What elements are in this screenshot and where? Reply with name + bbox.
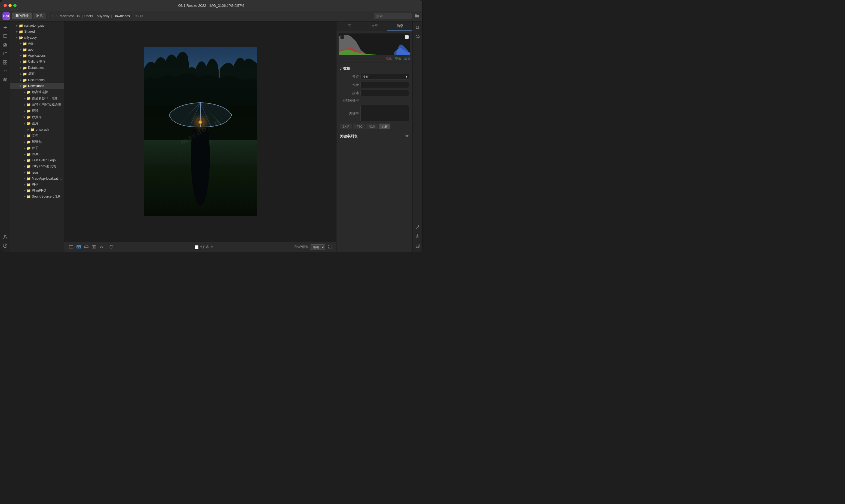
tab-horizontal[interactable]: 水平 (362, 21, 387, 31)
grid-button[interactable] (1, 58, 9, 66)
chevron-gaosu: ▶ (23, 90, 26, 94)
view-compare-btn[interactable] (90, 244, 97, 250)
chevron-nailaotongxue: ▶ (15, 24, 19, 28)
view-grid-btn[interactable] (75, 244, 82, 250)
tab-my-catalog[interactable]: 我的目录 (12, 13, 32, 19)
tree-item-downloads[interactable]: ▶ 📂 Downloads (10, 83, 64, 89)
meta-tab-none[interactable]: 没有 (379, 124, 390, 129)
meta-author-input[interactable] (360, 82, 409, 88)
svg-rect-4 (3, 62, 5, 64)
fullscreen-btn[interactable] (327, 244, 333, 250)
meta-tab-exif[interactable]: EXIF (340, 124, 352, 129)
folder-icon-video: 📁 (26, 109, 31, 113)
tab-not[interactable]: 不 (337, 21, 362, 31)
tree-item-pictures[interactable]: ▶ 📂 图片 (10, 120, 64, 127)
tree-item-documents[interactable]: ▶ 📁 Documents (10, 77, 64, 83)
zoom-fit-button[interactable] (414, 242, 421, 250)
add-button[interactable] (1, 24, 9, 31)
tree-item-wendang[interactable]: ▶ 📁 文档 (10, 132, 64, 139)
tree-item-applications[interactable]: ▶ 📁 Applications (10, 53, 64, 58)
tree-item-yasuobao[interactable]: ▶ 📁 压缩包 (10, 139, 64, 145)
minimize-button[interactable] (8, 4, 12, 7)
tree-item-shujuku[interactable]: ▶ 📂 数据库 (10, 114, 64, 120)
camera-button[interactable] (1, 41, 9, 49)
tree-item-pliim[interactable]: ▶ 📁 PliimPRO (10, 187, 64, 194)
print-button[interactable] (414, 33, 421, 40)
layers-button[interactable] (1, 76, 9, 84)
nav-back-button[interactable]: ‹ (51, 13, 54, 19)
svg-rect-17 (77, 246, 78, 247)
share-button[interactable] (414, 233, 421, 240)
tree-item-shared[interactable]: ▶ 📁 Shared (10, 29, 64, 35)
folder-icon-applications: 📁 (23, 54, 27, 58)
meta-preset-dropdown[interactable]: 没有 ▾ (360, 74, 409, 80)
tree-item-databases[interactable]: ▶ 📁 Databases (10, 65, 64, 71)
tree-item-php[interactable]: ▶ 📁 PHP (10, 181, 64, 187)
label-json: json (32, 170, 38, 175)
help-button[interactable] (1, 242, 9, 250)
tab-browse[interactable]: 浏览 (33, 13, 46, 19)
chevron-tomb: ▶ (23, 96, 26, 101)
tree-item-desktop[interactable]: ▶ 📁 桌面 (10, 71, 64, 77)
nav-forward-button[interactable]: › (55, 13, 59, 19)
raw-preview-select[interactable]: 准确 (310, 245, 325, 250)
filename-dropdown-btn[interactable]: ▼ (211, 246, 213, 249)
tree-item-montezuma[interactable]: ▶ 📁 蒙特祖玛的宝藏合集 (10, 102, 64, 108)
photo-viewer[interactable]: macdo.cn (64, 21, 336, 242)
filename-label: 文件名 (200, 245, 209, 249)
search-input[interactable] (374, 13, 412, 19)
view-filmstrip-btn[interactable] (83, 244, 90, 250)
wand-button[interactable] (414, 223, 421, 231)
keywords-settings-button[interactable] (405, 133, 409, 139)
chevron-jfsky: ▶ (23, 165, 26, 168)
tree-item-jfsky[interactable]: ▶ 📁 jfsky.com-面试表 (10, 163, 64, 169)
tree-item-unsplash[interactable]: ▶ 📁 unsplash (10, 127, 64, 132)
tree-item-soundsource[interactable]: ▶ 📁 SoundSource 5.3.6 (10, 194, 64, 199)
tree-item-adim[interactable]: ▶ 📁 Adim (10, 40, 64, 47)
chevron-databases: ▶ (19, 66, 23, 70)
view-buttons (68, 244, 105, 250)
folder-icon-jfsky: 📁 (26, 164, 31, 168)
tree-item-seeds[interactable]: ▶ 📁 种子 (10, 145, 64, 151)
tree-item-sillyaboy[interactable]: ▶ 📂 sillyaboy (10, 35, 64, 40)
meta-description-input[interactable] (360, 90, 409, 96)
folder-button[interactable] (1, 50, 9, 57)
tree-item-video[interactable]: ▶ 📁 视频 (10, 108, 64, 114)
meta-keywords-box[interactable] (360, 105, 409, 121)
tree-item-app[interactable]: ▶ 📁 app (10, 47, 64, 53)
keywords-title: 关键字列表 (340, 134, 357, 139)
breadcrumb-part2[interactable]: Users (84, 14, 93, 18)
view-custom-btn[interactable] (98, 244, 105, 250)
user-button[interactable] (1, 233, 9, 241)
breadcrumb-part1[interactable]: Macintosh HD (60, 14, 80, 18)
chevron-montezuma: ▶ (23, 103, 26, 107)
tree-item-dmg[interactable]: ▶ 📁 DMG (10, 151, 64, 157)
meta-tab-iptc[interactable]: IPTC (353, 124, 365, 129)
app-icon-text: ON1 (3, 14, 10, 18)
folder-icon-seeds: 📁 (26, 146, 31, 150)
tree-item-json[interactable]: ▶ 📁 json (10, 169, 64, 176)
crop-button[interactable] (414, 24, 421, 31)
maximize-button[interactable] (13, 4, 17, 7)
tree-item-fast-glitch[interactable]: ▶ 📁 Fast Glitch Logo (10, 157, 64, 163)
meta-row-keyword: 关键字 (340, 105, 409, 121)
folder-icon-button[interactable] (414, 13, 420, 19)
tree-item-mac-app[interactable]: ▶ 📁 Mac-App-localization-main (10, 176, 64, 181)
tree-item-calibre[interactable]: ▶ 📁 Calibre 书库 (10, 58, 64, 65)
close-button[interactable] (3, 4, 7, 7)
monitor-button[interactable] (1, 32, 9, 40)
view-single-btn[interactable] (68, 244, 75, 250)
filename-checkbox[interactable] (195, 245, 198, 249)
traffic-lights (3, 4, 17, 7)
chevron-calibre: ▶ (19, 60, 23, 64)
svg-rect-26 (94, 246, 96, 248)
tree-item-nailaotongxue[interactable]: ▶ 📁 nailaotongxue (10, 23, 64, 29)
svg-point-7 (3, 244, 7, 248)
breadcrumb-part3[interactable]: sillyaboy (97, 14, 109, 18)
meta-tab-location[interactable]: 地点 (366, 124, 378, 129)
tree-item-gaosu[interactable]: ▶ 📁 放高速连接 (10, 89, 64, 95)
tree-item-tomb[interactable]: ▶ 📁 古墓丽影11：暗影 (10, 95, 64, 102)
tab-info[interactable]: 信息 (387, 21, 412, 31)
breadcrumb-part4[interactable]: Downloads (113, 14, 130, 18)
cloud-button[interactable] (1, 67, 9, 75)
